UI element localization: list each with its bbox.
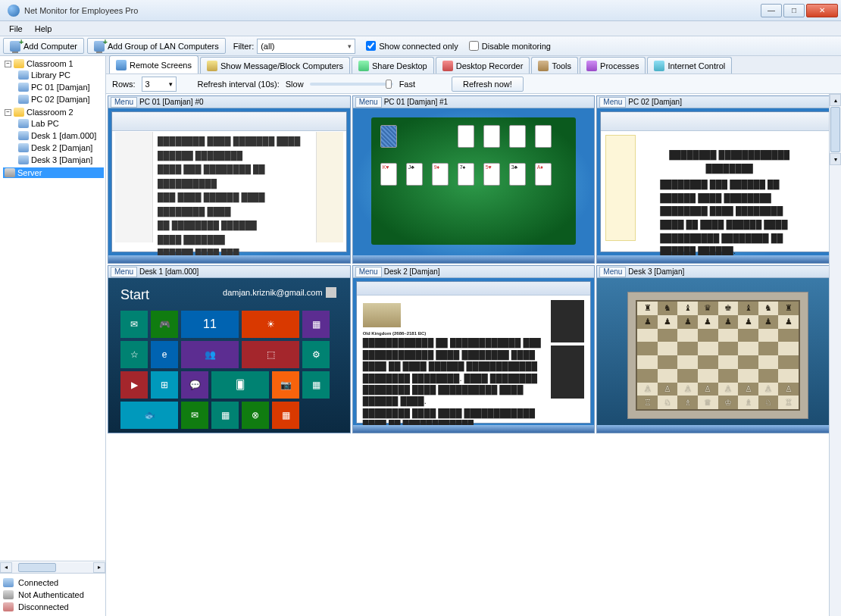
- disable-monitoring-input[interactable]: [469, 41, 479, 51]
- app-preview: ████████ ████████████ ████████ ████████ …: [600, 111, 836, 252]
- tree-scrollbar[interactable]: ◂ ▸: [0, 561, 105, 573]
- scroll-thumb[interactable]: [18, 563, 56, 572]
- maximize-button[interactable]: □: [783, 4, 805, 17]
- thumb-title: Desk 1 [dam.000]: [139, 267, 199, 276]
- thumb-menu-button[interactable]: Menu: [111, 267, 137, 277]
- scroll-right-icon[interactable]: ▸: [93, 562, 105, 573]
- tabs: Remote Screens Show Message/Block Comput…: [106, 56, 841, 74]
- app-preview: ████████ ████ ███████ ██████████ ███████…: [111, 111, 347, 252]
- add-computer-button[interactable]: Add Computer: [3, 38, 84, 54]
- processes-icon: [586, 61, 597, 71]
- add-group-icon: [94, 41, 105, 52]
- screen-thumb-desk2[interactable]: MenuDesk 2 [Damjan] Old Kingdom (2686–21…: [352, 265, 596, 433]
- show-connected-label: Show connected only: [379, 42, 458, 51]
- connected-icon: [3, 578, 14, 587]
- show-connected-input[interactable]: [366, 41, 376, 51]
- screen-thumb-pc01-1[interactable]: MenuPC 01 [Damjan] #1 K♥ J♣: [352, 95, 596, 264]
- legend-not-auth: Not Authenticated: [18, 590, 84, 599]
- tab-internet-control[interactable]: Internet Control: [647, 57, 732, 73]
- tree-group-classroom1[interactable]: − Classroom 1: [3, 58, 104, 69]
- thumb-title: Desk 2 [Damjan]: [384, 267, 440, 276]
- titlebar: Net Monitor for Employees Pro — □ ✕: [0, 0, 841, 21]
- tree-group-label: Classroom 2: [27, 108, 73, 117]
- message-icon: [207, 61, 217, 71]
- tools-icon: [538, 61, 549, 71]
- screen-thumb-pc01-0[interactable]: MenuPC 01 [Damjan] #0 ████████ ████ ████…: [108, 95, 351, 264]
- tab-processes[interactable]: Processes: [580, 57, 646, 73]
- minimize-button[interactable]: —: [761, 4, 782, 17]
- tree-item-desk3[interactable]: Desk 3 [Damjan]: [17, 155, 104, 165]
- thumb-menu-button[interactable]: Menu: [355, 97, 382, 108]
- tree-item-library-pc[interactable]: Library PC: [17, 70, 104, 80]
- screen-thumb-desk3[interactable]: MenuDesk 3 [Damjan] ♜♞♝♛♚♝♞♜♟♟♟♟♟♟♟♟♙♙♙♙…: [596, 265, 839, 433]
- scroll-thumb[interactable]: [830, 107, 840, 152]
- screens-grid: MenuPC 01 [Damjan] #0 ████████ ████ ████…: [106, 94, 841, 616]
- refresh-slider[interactable]: [310, 83, 393, 86]
- tree-item-desk2[interactable]: Desk 2 [Damjan]: [17, 142, 104, 153]
- refresh-now-button[interactable]: Refresh now!: [452, 77, 524, 92]
- grid-scrollbar[interactable]: ▴ ▾: [829, 94, 841, 616]
- rows-select[interactable]: 3: [142, 77, 177, 92]
- tab-remote-screens[interactable]: Remote Screens: [109, 55, 199, 73]
- scroll-track[interactable]: [12, 562, 93, 573]
- disconnected-icon: [3, 602, 14, 611]
- tree-item-lab-pc[interactable]: Lab PC: [17, 118, 104, 129]
- slider-thumb[interactable]: [386, 80, 392, 89]
- tree-item-pc01[interactable]: PC 01 [Damjan]: [17, 82, 104, 92]
- window-title: Net Monitor for Employees Pro: [24, 6, 759, 15]
- fast-label: Fast: [399, 80, 415, 89]
- tree-item-desk1[interactable]: Desk 1 [dam.000]: [17, 130, 104, 141]
- computer-icon: [18, 131, 29, 140]
- tab-share-desktop[interactable]: Share Desktop: [352, 57, 434, 73]
- rows-label: Rows:: [112, 80, 136, 89]
- collapse-icon[interactable]: −: [5, 109, 11, 116]
- sidebar: − Classroom 1 Library PC PC 01 [Damjan] …: [0, 56, 106, 616]
- computer-icon: [18, 155, 29, 164]
- computer-icon: [18, 83, 29, 92]
- computer-icon: [18, 143, 29, 152]
- show-connected-checkbox[interactable]: Show connected only: [366, 41, 458, 51]
- not-auth-icon: [3, 590, 14, 599]
- disable-monitoring-label: Disable monitoring: [482, 42, 551, 51]
- app-icon: [8, 5, 20, 17]
- computer-tree[interactable]: − Classroom 1 Library PC PC 01 [Damjan] …: [0, 56, 105, 561]
- recorder-icon: [442, 61, 453, 71]
- scroll-down-icon[interactable]: ▾: [830, 153, 841, 165]
- scroll-up-icon[interactable]: ▴: [830, 94, 841, 106]
- computer-icon: [18, 70, 29, 80]
- refresh-interval-label: Refresh interval (10s):: [198, 80, 280, 89]
- slow-label: Slow: [286, 80, 304, 89]
- tree-group-label: Classroom 1: [27, 59, 73, 68]
- tab-show-message[interactable]: Show Message/Block Computers: [200, 57, 350, 73]
- filter-select[interactable]: (all): [257, 39, 355, 54]
- tree-item-server[interactable]: Server: [3, 167, 104, 178]
- thumb-menu-button[interactable]: Menu: [355, 267, 382, 277]
- app-preview: ♜♞♝♛♚♝♞♜♟♟♟♟♟♟♟♟♙♙♙♙♙♙♙♙♖♘♗♕♔♗♘♖: [597, 278, 839, 433]
- tree-item-pc02[interactable]: PC 02 [Damjan]: [17, 94, 104, 105]
- folder-icon: [14, 59, 24, 68]
- internet-icon: [654, 61, 664, 71]
- disable-monitoring-checkbox[interactable]: Disable monitoring: [469, 41, 551, 51]
- computer-icon: [18, 95, 29, 104]
- screens-icon: [116, 60, 127, 70]
- menu-help[interactable]: Help: [29, 23, 58, 35]
- menu-file[interactable]: File: [3, 23, 29, 35]
- screen-thumb-pc02[interactable]: MenuPC 02 [Damjan] ████████ ████████████…: [596, 95, 839, 264]
- add-group-button[interactable]: Add Group of LAN Computers: [87, 38, 226, 54]
- app-preview: Old Kingdom (2686–2181 BC) ████████████ …: [356, 281, 592, 424]
- thumb-menu-button[interactable]: Menu: [599, 97, 626, 108]
- menubar: File Help: [0, 21, 841, 36]
- close-button[interactable]: ✕: [806, 4, 838, 17]
- tree-group-classroom2[interactable]: − Classroom 2: [3, 107, 104, 117]
- screen-thumb-desk1[interactable]: MenuDesk 1 [dam.000] Start damjan.krizni…: [108, 265, 351, 433]
- scroll-left-icon[interactable]: ◂: [0, 562, 12, 573]
- app-preview: K♥ J♣ 9♦ 7♠ 5♥ 3♣ A♦: [353, 108, 595, 263]
- thumb-menu-button[interactable]: Menu: [599, 267, 626, 277]
- tab-tools[interactable]: Tools: [531, 57, 578, 73]
- thumb-menu-button[interactable]: Menu: [111, 97, 137, 108]
- tab-desktop-recorder[interactable]: Desktop Recorder: [436, 57, 530, 73]
- screens-toolbar: Rows: 3 Refresh interval (10s): Slow Fas…: [106, 74, 841, 94]
- collapse-icon[interactable]: −: [5, 61, 11, 67]
- thumb-title: PC 02 [Damjan]: [628, 98, 682, 106]
- filter-value: (all): [261, 42, 274, 51]
